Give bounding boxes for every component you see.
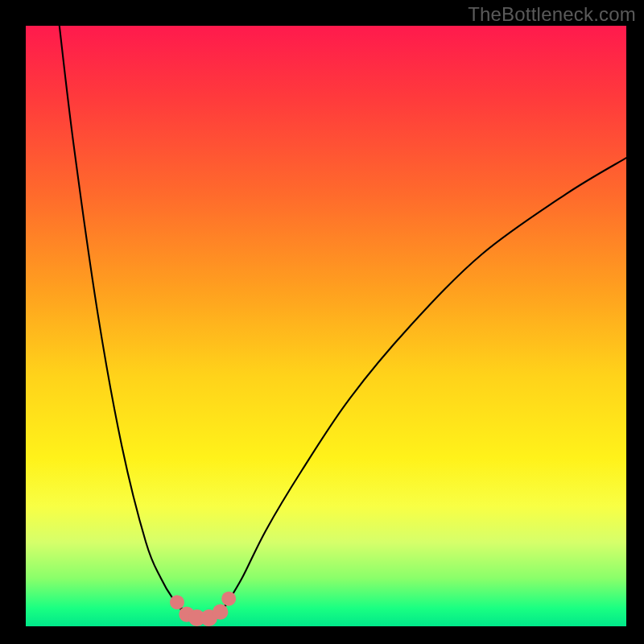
plot-area [26,26,626,626]
series-right-curve [224,158,626,609]
curve-layer [60,26,626,619]
valley-marker-5 [221,592,236,606]
valley-marker-4 [213,604,228,619]
marker-layer [170,592,236,626]
valley-marker-0 [170,595,184,609]
chart-frame: TheBottleneck.com [0,0,644,644]
chart-svg [26,26,626,626]
series-left-curve [60,26,200,617]
watermark-text: TheBottleneck.com [468,3,636,26]
